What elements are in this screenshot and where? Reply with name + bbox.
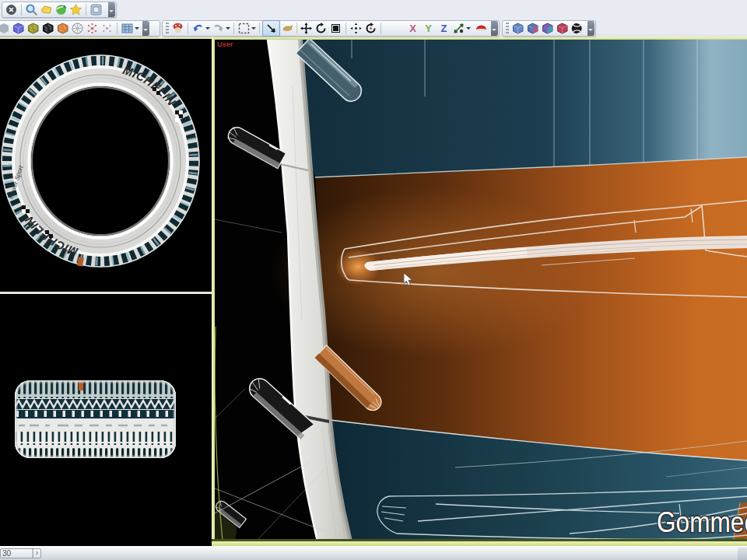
svg-text:Gommee: Gommee <box>657 506 747 538</box>
